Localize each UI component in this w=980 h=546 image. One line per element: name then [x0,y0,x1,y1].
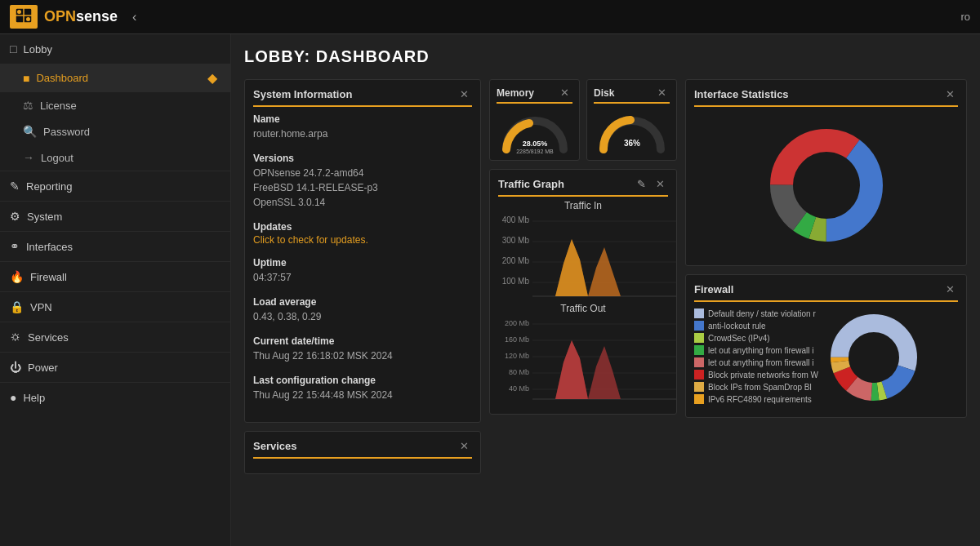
sidebar-item-license[interactable]: ⚖ License [0,92,230,118]
services-header: Services ✕ [253,440,472,459]
main-content: LOBBY: DASHBOARD System Information ✕ Na… [231,34,980,546]
svg-text:100 Mb: 100 Mb [502,277,530,286]
svg-point-4 [26,17,30,21]
sidebar-group-interfaces[interactable]: ⚭ Interfaces [0,231,230,261]
sidebar-item-label: License [40,100,77,112]
lobby-icon: □ [10,42,16,55]
sidebar-group-services[interactable]: ⛭ Services [0,322,230,352]
disk-title: Disk [594,87,614,99]
disk-widget: Disk ✕ 36% [586,79,677,161]
svg-point-46 [849,333,898,382]
sidebar-item-label: Password [43,126,90,138]
traffic-in-chart: 400 Mb 300 Mb 200 Mb 100 Mb [498,215,678,300]
traffic-graph-title: Traffic Graph [498,178,564,190]
services-widget: Services ✕ [244,431,481,474]
svg-text:28.05%: 28.05% [522,140,547,148]
sidebar-item-password[interactable]: 🔍 Password [0,118,230,144]
sidebar-group-label: Power [28,362,58,374]
firewall-close[interactable]: ✕ [942,283,958,295]
firewall-icon: 🔥 [10,270,24,283]
svg-text:160 Mb: 160 Mb [505,335,529,344]
interface-donut-chart [761,120,892,251]
traffic-graph-widget: Traffic Graph ✎ ✕ Traffic In 400 Mb 300 … [489,169,677,415]
sysinfo-load-value: 0.43, 0.38, 0.29 [253,309,472,324]
logout-icon: → [23,151,34,164]
legend-label-4: let out anything from firewall i [708,346,814,355]
services-close[interactable]: ✕ [457,440,472,452]
legend-item-6: Block private networks from W [694,370,818,380]
sidebar-group-label: Interfaces [26,241,73,253]
legend-item-3: CrowdSec (IPv4) [694,333,818,343]
sidebar-group-system[interactable]: ⚙ System [0,201,230,231]
legend-label-8: IPv6 RFC4890 requirements [708,395,812,404]
interface-stats-header: Interface Statistics ✕ [694,88,958,107]
sysinfo-name-row: Name router.home.arpa [253,113,472,141]
license-icon: ⚖ [23,99,33,112]
interface-stats-title: Interface Statistics [694,88,789,100]
traffic-edit-icon[interactable]: ✎ [637,178,646,190]
firewall-legend: Default deny / state violation r anti-lo… [694,309,818,404]
sysinfo-updates-label: Updates [253,221,472,233]
page-title: LOBBY: DASHBOARD [244,47,967,66]
firewall-title: Firewall [694,283,733,295]
logo-area: OPNsense ‹ [10,5,136,29]
svg-text:80 Mb: 80 Mb [509,368,529,376]
sidebar-lobby-header: □ Lobby [0,34,230,64]
sysinfo-updates-link[interactable]: Click to check for updates. [253,234,472,246]
power-icon: ⏻ [10,361,21,374]
sidebar-lobby-label: Lobby [23,43,51,55]
disk-gauge-svg: 36% [595,109,669,153]
traffic-in-label: Traffic In [498,200,668,211]
legend-label-5: let out anything from firewall i [708,358,814,367]
sysinfo-versions-value: OPNsense 24.7.2-amd64 FreeBSD 14.1-RELEA… [253,166,472,210]
sysinfo-lastconfig-value: Thu Aug 22 15:44:48 MSK 2024 [253,388,472,402]
legend-color-7 [694,382,704,392]
legend-color-4 [694,345,704,355]
svg-point-37 [794,153,859,218]
system-info-close[interactable]: ✕ [457,88,472,100]
firewall-header: Firewall ✕ [694,283,958,302]
legend-item-8: IPv6 RFC4890 requirements [694,394,818,404]
svg-text:200 Mb: 200 Mb [505,319,529,327]
vpn-icon: 🔒 [10,300,24,313]
services-icon: ⛭ [10,331,21,344]
logo-icon [10,5,38,29]
sidebar-toggle[interactable]: ‹ [132,10,136,24]
svg-text:40 Mb: 40 Mb [509,384,529,393]
interface-stats-close[interactable]: ✕ [942,88,958,100]
sidebar-group-firewall[interactable]: 🔥 Firewall [0,261,230,291]
sidebar-group-power[interactable]: ⏻ Power [0,352,230,382]
disk-close[interactable]: ✕ [654,87,670,99]
system-info-header: System Information ✕ [253,88,472,107]
memory-close[interactable]: ✕ [557,87,572,99]
legend-label-6: Block private networks from W [708,371,818,380]
sidebar-item-label: Dashboard [36,72,88,84]
sidebar-item-dashboard[interactable]: ■ Dashboard ◆ [0,64,230,92]
legend-label-3: CrowdSec (IPv4) [708,334,770,343]
sidebar-item-label: Logout [41,152,74,164]
sidebar-item-logout[interactable]: → Logout [0,144,230,171]
sidebar-group-label: Help [23,392,45,404]
sidebar-group-reporting[interactable]: ✎ Reporting [0,171,230,201]
traffic-graph-header: Traffic Graph ✎ ✕ [498,178,668,197]
svg-marker-30 [532,340,676,399]
sidebar-group-help[interactable]: ● Help [0,382,230,412]
top-navigation: OPNsense ‹ ro [0,0,980,34]
interfaces-icon: ⚭ [10,240,20,253]
sysinfo-uptime-label: Uptime [253,257,472,269]
memory-header: Memory ✕ [497,87,572,104]
sidebar-group-vpn[interactable]: 🔒 VPN [0,291,230,322]
dashboard-icon: ■ [23,72,29,85]
traffic-out-label: Traffic Out [498,303,668,314]
legend-label-1: Default deny / state violation r [708,309,816,318]
sidebar-group-label: VPN [30,301,52,313]
memory-title: Memory [497,87,534,99]
sidebar-group-label: Services [28,331,69,344]
traffic-close[interactable]: ✕ [653,178,668,190]
legend-color-8 [694,394,704,404]
memory-gauge-svg: 28.05% 2285/8192 MB [498,109,572,153]
legend-color-2 [694,321,704,331]
sysinfo-datetime-row: Current date/time Thu Aug 22 16:18:02 MS… [253,335,472,363]
legend-color-5 [694,357,704,367]
traffic-out-chart: 200 Mb 160 Mb 120 Mb 80 Mb 40 Mb [498,317,678,403]
